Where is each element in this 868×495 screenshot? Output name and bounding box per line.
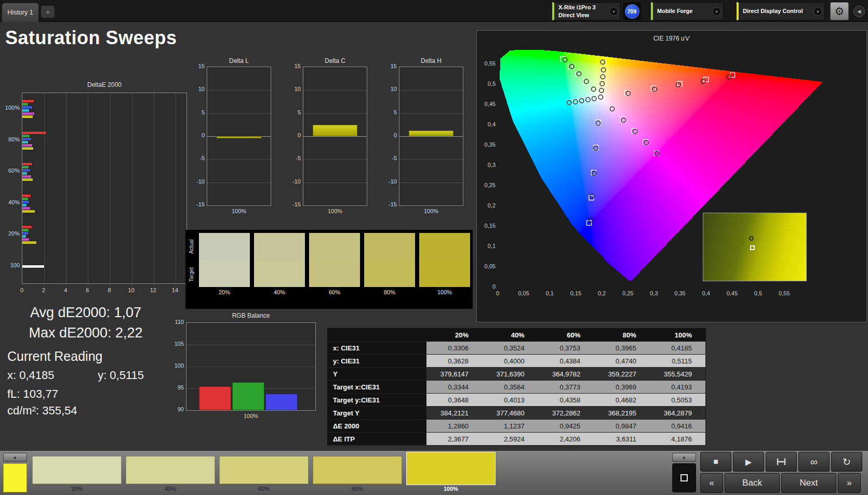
add-tab-button[interactable]: + <box>41 6 55 18</box>
delta-bar <box>313 125 357 136</box>
rgb-bar-green <box>232 382 264 410</box>
group-label: 60% <box>3 167 20 174</box>
first-step-button[interactable]: « <box>700 473 723 493</box>
source-select-button[interactable]: Mobile Forge ▼ <box>651 2 724 20</box>
grid-line <box>399 159 463 160</box>
last-step-button[interactable]: » <box>838 473 861 493</box>
y-tick-label: -10 <box>286 178 301 185</box>
swatch-strip: Actual Target 20%40%60%80%100% <box>185 230 473 309</box>
de-bar <box>22 235 26 238</box>
de-bar <box>22 238 29 241</box>
x-tick-label: 0,25 <box>619 290 637 296</box>
chevron-down-icon[interactable]: ▼ <box>609 7 618 16</box>
y-tick-label: -10 <box>190 178 205 185</box>
table-cell: 0,4358 <box>538 394 594 407</box>
table-row: ΔE ITP2,36772,59242,42063,63114,1876 <box>328 433 706 446</box>
de-bar <box>22 163 32 165</box>
refresh-button[interactable]: ↻ <box>831 452 862 472</box>
x-tick-label: 10 <box>125 287 138 293</box>
table-cell: 379,6147 <box>426 368 483 381</box>
table-cell: 0,3524 <box>482 342 538 355</box>
y-tick-label: 0 <box>286 132 301 138</box>
expand-right-button[interactable]: ▲ <box>672 453 696 462</box>
category-label: 100% <box>399 208 463 214</box>
de-bar <box>22 194 31 197</box>
delta_l-chart: Delta L 151050-5-10-15100% <box>190 56 273 218</box>
table-cell: 1,1237 <box>482 420 538 433</box>
grid-line <box>207 90 271 90</box>
table-cell: 0,5053 <box>650 394 706 407</box>
expand-left-button[interactable]: ▲ <box>3 453 27 462</box>
pattern-window-button[interactable] <box>766 452 797 472</box>
current-y-value: y: 0,5115 <box>98 369 144 382</box>
de-bar <box>22 109 29 112</box>
current-reading-title: Current Reading <box>7 349 102 364</box>
footer-patch-label: 40% <box>126 486 215 492</box>
x-tick-label: 0,35 <box>671 290 689 296</box>
y-tick-label: 15 <box>190 63 205 69</box>
chevron-down-icon[interactable]: ▼ <box>813 7 822 16</box>
de-bar <box>22 204 26 206</box>
y-tick-label: -10 <box>382 178 397 185</box>
target-swatch <box>199 260 250 287</box>
swatch-100% <box>419 233 470 287</box>
tab-history-1[interactable]: History 1 <box>2 3 38 22</box>
double-chevron-left-icon: « <box>709 478 714 488</box>
chevron-down-icon[interactable]: ▼ <box>712 7 721 16</box>
footer-patch-40%[interactable] <box>126 456 215 484</box>
next-button[interactable]: Next <box>781 473 836 493</box>
plot-area <box>22 93 187 284</box>
play-button[interactable]: ▶ <box>733 452 764 472</box>
continuous-measure-button[interactable]: ∞ <box>798 452 830 472</box>
grid-line <box>303 136 367 137</box>
x-tick-label: 0,15 <box>566 290 585 296</box>
table-cell: 0,3344 <box>426 381 483 394</box>
y-tick-label: 0,55 <box>478 60 496 67</box>
table-cell: 3,6311 <box>594 433 650 446</box>
settings-button[interactable]: ⚙ <box>830 2 849 20</box>
display-control-button[interactable]: Direct Display Control ▼ <box>737 2 825 20</box>
footer-bar: ▲ ▲ ■ ▶ ∞ ↻ « Back <box>0 450 868 495</box>
x-tick-label: 0 <box>488 290 507 296</box>
delta-bar <box>217 136 261 138</box>
double-chevron-right-icon: » <box>847 478 851 488</box>
de-bar <box>22 112 34 115</box>
chart-title: CIE 1976 u'v' <box>477 35 866 42</box>
footer-patch-label: 80% <box>313 486 402 492</box>
back-button[interactable]: Back <box>725 473 780 493</box>
cie-zoom-inset <box>703 213 807 281</box>
next-label: Next <box>800 478 818 488</box>
zoom-measured-marker <box>749 236 754 241</box>
table-cell: 372,2862 <box>538 407 594 420</box>
table-cell: 371,6390 <box>482 368 538 381</box>
y-tick-label: 5 <box>286 109 301 115</box>
table-cell: 0,4682 <box>594 394 650 407</box>
table-cell: 0,4000 <box>482 355 538 368</box>
table-header-cell: 60% <box>538 329 594 342</box>
grid-line <box>303 90 367 90</box>
de-bar <box>22 229 29 231</box>
de-bar <box>22 132 46 134</box>
blank-pattern-button[interactable] <box>672 463 696 492</box>
stop-button[interactable]: ■ <box>700 452 731 472</box>
rgb-bar-blue <box>265 394 298 410</box>
grid-line <box>207 159 271 160</box>
table-row-label: x: CIE31 <box>328 342 426 355</box>
footer-patch-60%[interactable] <box>219 456 309 484</box>
table-row: Target y:CIE310,36480,40130,43580,46820,… <box>328 394 706 407</box>
footer-patch-100%[interactable] <box>406 452 496 485</box>
meter-select-button[interactable]: X-Rite i1Pro 3 Direct View ▼ <box>552 2 621 20</box>
footer-patch-80%[interactable] <box>313 456 402 484</box>
y-tick-label: 0,5 <box>478 81 496 87</box>
footer-patch-20%[interactable] <box>32 456 122 484</box>
footer-patch-label: 100% <box>406 486 496 492</box>
de-bar <box>22 106 32 109</box>
de-bar <box>22 115 33 118</box>
swatch-20% <box>199 233 250 287</box>
current-reading-xy: x: 0,4185 y: 0,5115 <box>7 369 144 382</box>
grid-line <box>207 183 271 183</box>
x-tick-label: 0,4 <box>697 290 715 296</box>
y-tick-label: 110 <box>168 319 184 325</box>
collapse-panel-button[interactable]: ◀ <box>853 6 865 17</box>
table-corner-cell <box>328 329 426 342</box>
